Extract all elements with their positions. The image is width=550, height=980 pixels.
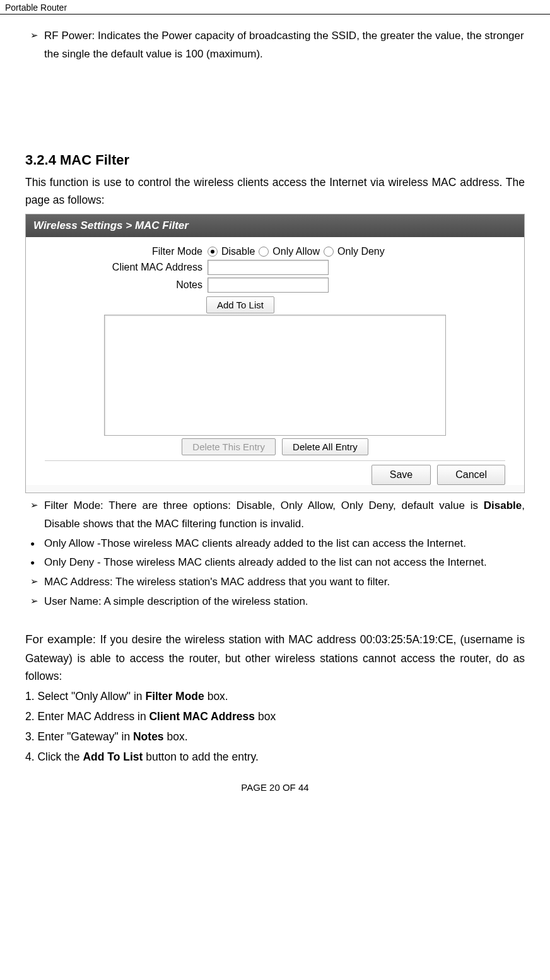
- label-notes: Notes: [26, 279, 208, 291]
- radio-disable-label: Disable: [221, 246, 255, 257]
- example-step1: 1. Select "Only Allow" in Filter Mode bo…: [25, 687, 525, 705]
- detail-username-text: User Name: A simple description of the w…: [44, 595, 308, 607]
- list-buttons-row: Delete This Entry Delete All Entry: [26, 438, 524, 455]
- example-lead: For example:: [25, 633, 100, 646]
- detail-only-allow: Only Allow -Those wireless MAC clients a…: [25, 535, 525, 553]
- input-notes[interactable]: [208, 277, 329, 293]
- detail-macaddr-text: MAC Address: The wireless station's MAC …: [44, 576, 390, 588]
- cancel-button[interactable]: Cancel: [437, 465, 505, 485]
- input-client-mac[interactable]: [208, 260, 329, 275]
- step3-b: Notes: [133, 730, 164, 743]
- delete-this-entry-button[interactable]: Delete This Entry: [182, 438, 276, 455]
- detail-only-deny-text: Only Deny - Those wireless MAC clients a…: [44, 556, 487, 568]
- detail-macaddr: MAC Address: The wireless station's MAC …: [25, 573, 525, 592]
- entry-listbox[interactable]: [104, 315, 446, 436]
- page-header: Portable Router: [0, 0, 550, 15]
- row-client-mac: Client MAC Address: [26, 260, 524, 275]
- detail-filtermode: Filter Mode: There are three options: Di…: [25, 497, 525, 534]
- detail-filtermode-a: Filter Mode: There are three options: Di…: [44, 499, 484, 511]
- step1-c: box.: [204, 690, 228, 703]
- example-lead-body: If you desire the wireless station with …: [25, 633, 525, 682]
- step3-a: 3. Enter "Gateway" in: [25, 730, 133, 743]
- screenshot-titlebar: Wireless Settings > MAC Filter: [26, 214, 524, 237]
- step2-a: 2. Enter MAC Address in: [25, 710, 149, 723]
- footer-text: PAGE 20 OF 44: [241, 782, 308, 793]
- section-lead: This function is use to control the wire…: [25, 173, 525, 209]
- example-step3: 3. Enter "Gateway" in Notes box.: [25, 728, 525, 745]
- header-title: Portable Router: [5, 3, 67, 13]
- add-to-list-button[interactable]: Add To List: [206, 296, 274, 313]
- radio-only-allow-label: Only Allow: [272, 246, 320, 257]
- step1-b: Filter Mode: [145, 690, 204, 703]
- details-list: Filter Mode: There are three options: Di…: [25, 497, 525, 611]
- step1-a: 1. Select "Only Allow" in: [25, 690, 145, 703]
- mac-filter-screenshot: Wireless Settings > MAC Filter Filter Mo…: [25, 214, 525, 493]
- example-paragraph: For example: If you desire the wireless …: [25, 630, 525, 684]
- example-step2: 2. Enter MAC Address in Client MAC Addre…: [25, 708, 525, 725]
- page-footer: PAGE 20 OF 44: [0, 774, 550, 796]
- radio-only-allow[interactable]: [259, 247, 269, 257]
- step2-c: box: [255, 710, 276, 723]
- save-button[interactable]: Save: [372, 465, 431, 485]
- row-notes: Notes: [26, 277, 524, 293]
- intro-rfpower-item: RF Power: Indicates the Power capacity o…: [25, 27, 525, 64]
- step2-b: Client MAC Address: [149, 710, 255, 723]
- step4-a: 4. Click the: [25, 750, 83, 763]
- example-step4: 4. Click the Add To List button to add t…: [25, 748, 525, 766]
- intro-rfpower-text: RF Power: Indicates the Power capacity o…: [44, 30, 524, 60]
- detail-filtermode-b: Disable: [484, 499, 522, 511]
- detail-username: User Name: A simple description of the w…: [25, 593, 525, 611]
- radio-only-deny[interactable]: [324, 247, 334, 257]
- detail-only-allow-text: Only Allow -Those wireless MAC clients a…: [44, 537, 466, 549]
- separator: [45, 460, 505, 461]
- detail-only-deny: Only Deny - Those wireless MAC clients a…: [25, 554, 525, 572]
- step3-c: box.: [164, 730, 188, 743]
- save-cancel-row: Save Cancel: [26, 465, 524, 485]
- label-filter-mode: Filter Mode: [26, 246, 208, 257]
- step4-b: Add To List: [83, 750, 143, 763]
- section-heading: 3.2.4 MAC Filter: [25, 152, 525, 168]
- value-filter-mode: Disable Only Allow Only Deny: [208, 246, 524, 257]
- row-filter-mode: Filter Mode Disable Only Allow Only Deny: [26, 246, 524, 257]
- label-client-mac: Client MAC Address: [26, 262, 208, 273]
- delete-all-entry-button[interactable]: Delete All Entry: [282, 438, 368, 455]
- form-area: Filter Mode Disable Only Allow Only Deny…: [26, 237, 524, 485]
- page-content: RF Power: Indicates the Power capacity o…: [0, 15, 550, 774]
- radio-only-deny-label: Only Deny: [337, 246, 385, 257]
- add-row: Add To List: [26, 296, 524, 313]
- radio-disable[interactable]: [208, 247, 218, 257]
- intro-list: RF Power: Indicates the Power capacity o…: [25, 27, 525, 64]
- step4-c: button to add the entry.: [143, 750, 259, 763]
